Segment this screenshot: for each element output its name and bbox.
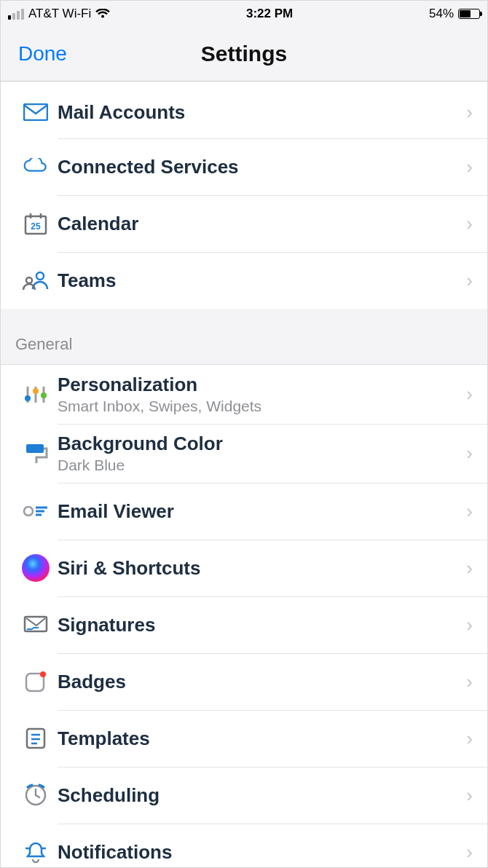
chevron-right-icon: › — [460, 442, 473, 465]
row-background-color[interactable]: Background Color Dark Blue › — [1, 424, 487, 483]
nav-bar: Done Settings — [1, 27, 487, 82]
chevron-right-icon: › — [460, 156, 473, 178]
row-label: Mail Accounts — [58, 101, 460, 124]
chevron-right-icon: › — [460, 557, 473, 580]
row-label: Badges — [58, 671, 460, 693]
row-label: Templates — [58, 727, 460, 750]
row-label: Signatures — [58, 614, 460, 636]
clock-icon — [14, 783, 58, 808]
row-personalization[interactable]: Personalization Smart Inbox, Swipes, Wid… — [1, 365, 487, 424]
row-signatures[interactable]: Signatures › — [1, 596, 487, 653]
cloud-icon — [14, 158, 58, 175]
templates-icon — [14, 727, 58, 750]
chevron-right-icon: › — [460, 671, 473, 693]
status-bar: AT&T Wi-Fi 3:22 PM 54% — [1, 1, 487, 27]
row-connected-services[interactable]: Connected Services › — [1, 138, 487, 195]
row-scheduling[interactable]: Scheduling › — [1, 767, 487, 824]
settings-list[interactable]: Mail Accounts › Connected Services › 25 … — [1, 82, 487, 867]
sliders-icon — [14, 384, 58, 406]
svg-point-5 — [36, 272, 44, 280]
svg-point-6 — [26, 277, 32, 283]
paint-roller-icon — [14, 443, 58, 465]
row-siri-shortcuts[interactable]: Siri & Shortcuts › — [1, 540, 487, 596]
row-label: Notifications — [58, 841, 460, 864]
row-badges[interactable]: Badges › — [1, 653, 487, 710]
chevron-right-icon: › — [460, 383, 473, 406]
row-templates[interactable]: Templates › — [1, 710, 487, 767]
svg-point-14 — [24, 507, 33, 516]
row-label: Connected Services — [58, 156, 460, 178]
mail-icon — [14, 103, 58, 121]
wifi-icon — [95, 9, 110, 19]
svg-rect-13 — [26, 444, 44, 453]
chevron-right-icon: › — [460, 213, 473, 235]
row-notifications[interactable]: Notifications › — [1, 824, 487, 867]
chevron-right-icon: › — [460, 841, 473, 864]
row-label: Personalization — [58, 374, 460, 396]
row-label: Scheduling — [58, 784, 460, 807]
chevron-right-icon: › — [460, 101, 473, 124]
svg-point-10 — [33, 388, 39, 394]
svg-point-12 — [41, 392, 47, 398]
row-label: Email Viewer — [58, 500, 460, 523]
teams-icon — [14, 270, 58, 291]
chevron-right-icon: › — [460, 614, 473, 636]
row-calendar[interactable]: 25 Calendar › — [1, 195, 487, 252]
chevron-right-icon: › — [460, 269, 473, 292]
signal-icon — [8, 9, 24, 20]
row-label: Background Color — [58, 433, 460, 455]
svg-point-8 — [25, 395, 31, 401]
siri-icon — [14, 554, 58, 582]
svg-text:25: 25 — [31, 221, 41, 232]
row-mail-accounts[interactable]: Mail Accounts › — [1, 82, 487, 138]
battery-pct-label: 54% — [429, 7, 454, 21]
row-sublabel: Dark Blue — [58, 457, 460, 474]
battery-icon — [458, 9, 480, 19]
badge-icon — [14, 670, 58, 693]
row-email-viewer[interactable]: Email Viewer › — [1, 483, 487, 540]
group-header-general: General — [1, 309, 487, 365]
svg-point-20 — [40, 671, 46, 677]
chevron-right-icon: › — [460, 784, 473, 807]
row-label: Teams — [58, 269, 460, 292]
signature-icon — [14, 615, 58, 634]
calendar-icon: 25 — [14, 212, 58, 235]
done-button[interactable]: Done — [18, 42, 67, 66]
chevron-right-icon: › — [460, 727, 473, 750]
carrier-label: AT&T Wi-Fi — [28, 7, 91, 21]
page-title: Settings — [1, 42, 487, 66]
clock-label: 3:22 PM — [110, 7, 429, 21]
viewer-icon — [14, 504, 58, 518]
row-label: Siri & Shortcuts — [58, 557, 460, 580]
screen: AT&T Wi-Fi 3:22 PM 54% Done Settings Mai… — [0, 0, 488, 868]
row-sublabel: Smart Inbox, Swipes, Widgets — [58, 398, 460, 415]
row-teams[interactable]: Teams › — [1, 252, 487, 309]
chevron-right-icon: › — [460, 500, 473, 523]
bell-icon — [14, 840, 58, 864]
row-label: Calendar — [58, 213, 460, 235]
